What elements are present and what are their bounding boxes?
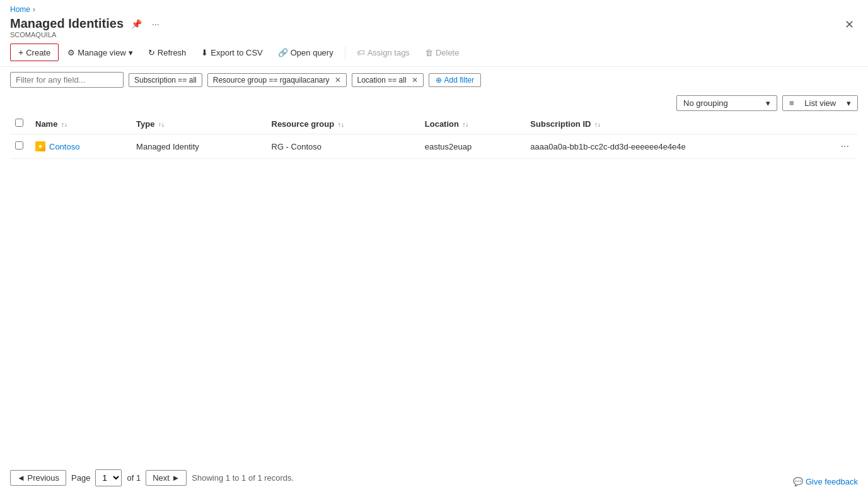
table-header: Name ↑↓ Type ↑↓ Resource group ↑↓ Locati… — [10, 114, 858, 134]
select-all-checkbox[interactable] — [15, 119, 23, 127]
header-left: Managed Identities 📌 ··· SCOMAQUILA — [10, 16, 162, 38]
row-checkbox[interactable] — [15, 141, 23, 150]
pin-button[interactable]: 📌 — [129, 18, 144, 30]
header-row: Managed Identities 📌 ··· SCOMAQUILA ✕ — [0, 16, 868, 38]
row-type-cell: Managed Identity — [131, 134, 266, 159]
row-more-button[interactable]: ··· — [837, 139, 853, 153]
add-filter-icon: ⊕ — [436, 76, 442, 85]
col-resource-group-sort-icon[interactable]: ↑↓ — [338, 121, 344, 128]
resources-table: Name ↑↓ Type ↑↓ Resource group ↑↓ Locati… — [10, 114, 858, 159]
col-name-sort-icon[interactable]: ↑↓ — [61, 121, 67, 128]
refresh-button[interactable]: ↻ Refresh — [142, 45, 193, 61]
of-label: of 1 — [127, 473, 141, 483]
col-subscription-id-sort-icon[interactable]: ↑↓ — [594, 121, 601, 128]
toolbar-separator — [345, 46, 345, 59]
resource-group-filter-tag: Resource group == rgaquilacanary ✕ — [207, 73, 347, 87]
row-resource-group-cell: RG - Contoso — [267, 134, 420, 159]
subscription-id-value: aaaa0a0a-bb1b-cc2c-dd3d-eeeeee4e4e4e — [530, 142, 686, 151]
col-name: Name ↑↓ — [30, 114, 131, 134]
col-type-sort-icon[interactable]: ↑↓ — [158, 121, 165, 128]
showing-text: Showing 1 to 1 of 1 records. — [192, 473, 294, 483]
manage-view-label: Manage view — [78, 48, 126, 57]
resource-type: Managed Identity — [136, 142, 199, 151]
assign-tags-icon: 🏷 — [357, 48, 365, 57]
row-name-cell: ★ Contoso — [30, 134, 131, 159]
col-type: Type ↑↓ — [131, 114, 266, 134]
page-title: Managed Identities — [10, 16, 124, 31]
assign-tags-button[interactable]: 🏷 Assign tags — [350, 45, 416, 61]
table-container: Name ↑↓ Type ↑↓ Resource group ↑↓ Locati… — [0, 114, 868, 159]
manage-view-chevron-icon: ▾ — [129, 48, 133, 57]
give-feedback-button[interactable]: 💬 Give feedback — [793, 477, 858, 486]
manage-view-button[interactable]: ⚙ Manage view ▾ — [61, 45, 139, 61]
page-select[interactable]: 1 — [95, 469, 122, 486]
export-csv-icon: ⬇ — [201, 48, 208, 57]
open-query-icon: 🔗 — [278, 48, 288, 57]
export-csv-label: Export to CSV — [211, 48, 262, 57]
resource-name-link[interactable]: ★ Contoso — [35, 141, 126, 151]
refresh-icon: ↻ — [148, 48, 155, 57]
export-csv-button[interactable]: ⬇ Export to CSV — [195, 45, 269, 61]
plus-icon: + — [18, 47, 23, 57]
col-actions — [832, 114, 858, 134]
select-all-col — [10, 114, 30, 134]
pagination: ◄ Previous Page 1 of 1 Next ► Showing 1 … — [10, 469, 294, 486]
view-chevron-icon: ▾ — [847, 98, 851, 108]
managed-identity-icon: ★ — [35, 141, 45, 151]
filter-input[interactable] — [10, 72, 124, 88]
col-location: Location ↑↓ — [420, 114, 526, 134]
breadcrumb-separator: › — [33, 5, 35, 14]
toolbar: + Create ⚙ Manage view ▾ ↻ Refresh ⬇ Exp… — [0, 38, 868, 67]
row-location-cell: eastus2euap — [420, 134, 526, 159]
view-label: List view — [804, 98, 836, 108]
breadcrumb: Home › — [0, 0, 868, 16]
grouping-label: No grouping — [683, 98, 728, 108]
delete-label: Delete — [436, 48, 460, 57]
location-value: eastus2euap — [425, 142, 472, 151]
col-location-sort-icon[interactable]: ↑↓ — [463, 121, 469, 128]
resource-name: Contoso — [49, 142, 79, 151]
location-filter-clear[interactable]: ✕ — [412, 76, 418, 85]
add-filter-button[interactable]: ⊕ Add filter — [429, 73, 481, 87]
header-subtitle: SCOMAQUILA — [10, 31, 162, 38]
refresh-label: Refresh — [158, 48, 187, 57]
feedback-label: Give feedback — [806, 477, 858, 486]
col-resource-group-label: Resource group — [272, 119, 335, 129]
assign-tags-label: Assign tags — [367, 48, 410, 57]
add-filter-label: Add filter — [444, 76, 474, 85]
filters-bar: Subscription == all Resource group == rg… — [0, 67, 868, 93]
subscription-filter-label: Subscription == all — [134, 76, 197, 85]
previous-page-button[interactable]: ◄ Previous — [10, 470, 66, 486]
open-query-label: Open query — [291, 48, 333, 57]
col-resource-group: Resource group ↑↓ — [267, 114, 420, 134]
grouping-chevron-icon: ▾ — [766, 98, 770, 108]
resource-group-filter-label: Resource group == rgaquilacanary — [213, 76, 330, 85]
open-query-button[interactable]: 🔗 Open query — [272, 45, 340, 61]
view-controls: No grouping ▾ ≡ List view ▾ — [0, 93, 868, 114]
page-label: Page — [71, 473, 90, 483]
next-page-button[interactable]: Next ► — [146, 470, 187, 486]
breadcrumb-home-link[interactable]: Home — [10, 5, 30, 14]
feedback-icon: 💬 — [793, 477, 803, 486]
row-actions-cell: ··· — [832, 134, 858, 159]
close-button[interactable]: ✕ — [841, 16, 858, 33]
resource-group-value: RG - Contoso — [272, 142, 321, 151]
manage-view-icon: ⚙ — [67, 48, 75, 57]
resource-group-filter-clear[interactable]: ✕ — [335, 76, 341, 85]
subscription-filter-tag: Subscription == all — [129, 73, 202, 87]
grouping-dropdown[interactable]: No grouping ▾ — [676, 95, 777, 111]
view-dropdown[interactable]: ≡ List view ▾ — [782, 95, 858, 111]
location-filter-label: Location == all — [357, 76, 407, 85]
table-body: ★ Contoso Managed Identity RG - Contoso … — [10, 134, 858, 159]
view-list-icon: ≡ — [789, 98, 794, 108]
delete-button[interactable]: 🗑 Delete — [419, 45, 466, 61]
more-options-button[interactable]: ··· — [149, 18, 162, 30]
create-button[interactable]: + Create — [10, 44, 59, 61]
location-filter-tag: Location == all ✕ — [352, 73, 424, 87]
table-row: ★ Contoso Managed Identity RG - Contoso … — [10, 134, 858, 159]
col-type-label: Type — [136, 119, 154, 129]
row-subscription-id-cell: aaaa0a0a-bb1b-cc2c-dd3d-eeeeee4e4e4e — [525, 134, 831, 159]
col-location-label: Location — [425, 119, 459, 129]
col-name-label: Name — [35, 119, 57, 129]
delete-icon: 🗑 — [425, 48, 433, 57]
